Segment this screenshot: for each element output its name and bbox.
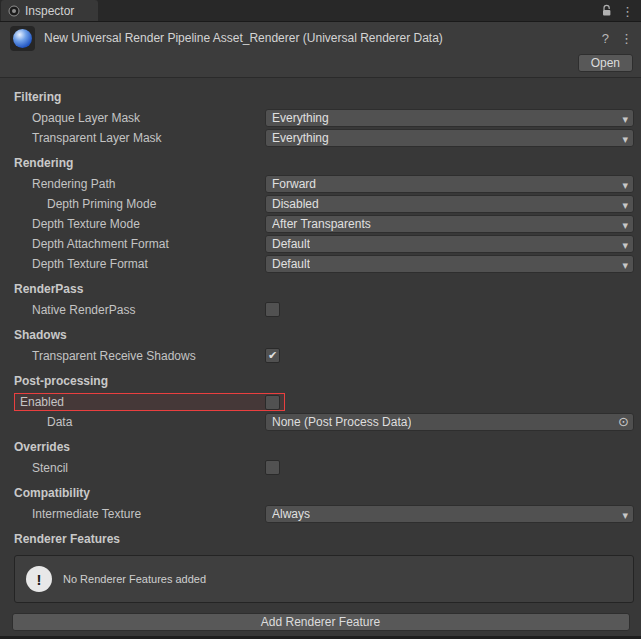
section-filtering: Filtering (0, 90, 641, 105)
tabbar-actions: ⋮ (601, 0, 634, 22)
inspector-icon (8, 5, 20, 17)
tab-menu-kebab-icon[interactable]: ⋮ (621, 5, 634, 18)
post-process-data-object-field[interactable]: None (Post Process Data) ⊙ (265, 413, 634, 431)
depth-texture-format-label: Depth Texture Format (0, 257, 148, 271)
post-processing-enabled-row: Enabled (0, 392, 641, 412)
rendering-path-dropdown[interactable]: Forward ▾ (265, 175, 634, 193)
section-renderpass: RenderPass (0, 282, 641, 297)
dropdown-value: Everything (272, 131, 329, 145)
transparent-layer-mask-row: Transparent Layer Mask Everything ▾ (0, 128, 641, 148)
inspector-window: Inspector ⋮ New Universal Render Pipelin… (0, 0, 641, 631)
dropdown-value: Default (272, 257, 310, 271)
section-renderer-features: Renderer Features (0, 532, 641, 547)
post-process-data-row: Data None (Post Process Data) ⊙ (0, 412, 641, 432)
native-renderpass-checkbox[interactable] (265, 302, 280, 317)
transparent-receive-shadows-label: Transparent Receive Shadows (0, 349, 196, 363)
stencil-label: Stencil (0, 461, 68, 475)
renderer-features-empty-message: No Renderer Features added (63, 573, 206, 585)
renderer-data-asset-icon (10, 26, 35, 51)
chevron-down-icon: ▾ (622, 217, 628, 233)
depth-attachment-format-row: Depth Attachment Format Default ▾ (0, 234, 641, 254)
depth-priming-mode-dropdown[interactable]: Disabled ▾ (265, 195, 634, 213)
post-processing-enabled-checkbox[interactable] (265, 395, 280, 410)
depth-attachment-format-dropdown[interactable]: Default ▾ (265, 235, 634, 253)
dropdown-value: After Transparents (272, 217, 371, 231)
help-icon[interactable]: ? (602, 31, 609, 46)
depth-texture-mode-row: Depth Texture Mode After Transparents ▾ (0, 214, 641, 234)
chevron-down-icon: ▾ (622, 197, 628, 213)
depth-texture-format-dropdown[interactable]: Default ▾ (265, 255, 634, 273)
section-overrides: Overrides (0, 440, 641, 455)
transparent-receive-shadows-checkbox[interactable]: ✔ (265, 348, 280, 363)
object-picker-icon[interactable]: ⊙ (618, 414, 629, 430)
section-compatibility: Compatibility (0, 486, 641, 501)
dropdown-value: Disabled (272, 197, 319, 211)
chevron-down-icon: ▾ (622, 111, 628, 127)
tab-label: Inspector (25, 4, 74, 18)
transparent-receive-shadows-row: Transparent Receive Shadows ✔ (0, 346, 641, 366)
dropdown-value: Forward (272, 177, 316, 191)
depth-priming-mode-label: Depth Priming Mode (0, 197, 156, 211)
rendering-path-label: Rendering Path (0, 177, 115, 191)
stencil-row: Stencil (0, 458, 641, 478)
object-field-value: None (Post Process Data) (272, 415, 411, 429)
inspector-content: Filtering Opaque Layer Mask Everything ▾… (0, 78, 641, 631)
opaque-layer-mask-dropdown[interactable]: Everything ▾ (265, 109, 634, 127)
depth-priming-mode-row: Depth Priming Mode Disabled ▾ (0, 194, 641, 214)
depth-attachment-format-label: Depth Attachment Format (0, 237, 169, 251)
chevron-down-icon: ▾ (622, 257, 628, 273)
enabled-row-highlight: Enabled (14, 393, 285, 411)
tab-bar: Inspector ⋮ (0, 0, 641, 22)
transparent-layer-mask-dropdown[interactable]: Everything ▾ (265, 129, 634, 147)
section-shadows: Shadows (0, 328, 641, 343)
chevron-down-icon: ▾ (622, 131, 628, 147)
tab-inspector[interactable]: Inspector (1, 0, 98, 21)
native-renderpass-label: Native RenderPass (0, 303, 135, 317)
chevron-down-icon: ▾ (622, 507, 628, 523)
header-actions-row: Open (6, 54, 633, 72)
section-rendering: Rendering (0, 156, 641, 171)
dropdown-value: Always (272, 507, 310, 521)
dropdown-value: Everything (272, 111, 329, 125)
stencil-checkbox[interactable] (265, 460, 280, 475)
native-renderpass-row: Native RenderPass (0, 300, 641, 320)
lock-icon[interactable] (601, 4, 612, 19)
depth-texture-mode-label: Depth Texture Mode (0, 217, 140, 231)
chevron-down-icon: ▾ (622, 237, 628, 253)
renderer-features-empty-helpbox: ! No Renderer Features added (14, 555, 634, 603)
section-post-processing: Post-processing (0, 374, 641, 389)
asset-header-row: New Universal Render Pipeline Asset_Rend… (6, 24, 633, 52)
chevron-down-icon: ▾ (622, 177, 628, 193)
dropdown-value: Default (272, 237, 310, 251)
intermediate-texture-label: Intermediate Texture (0, 507, 141, 521)
depth-texture-format-row: Depth Texture Format Default ▾ (0, 254, 641, 274)
open-button[interactable]: Open (578, 54, 633, 72)
depth-texture-mode-dropdown[interactable]: After Transparents ▾ (265, 215, 634, 233)
warning-icon: ! (26, 566, 52, 592)
inspector-header: New Universal Render Pipeline Asset_Rend… (0, 22, 641, 78)
header-menu-kebab-icon[interactable]: ⋮ (620, 31, 633, 46)
asset-title: New Universal Render Pipeline Asset_Rend… (44, 31, 591, 45)
check-icon: ✔ (268, 350, 277, 361)
post-process-data-label: Data (0, 415, 72, 429)
add-renderer-feature-button[interactable]: Add Renderer Feature (12, 613, 630, 631)
intermediate-texture-row: Intermediate Texture Always ▾ (0, 504, 641, 524)
post-processing-enabled-label: Enabled (20, 395, 64, 409)
rendering-path-row: Rendering Path Forward ▾ (0, 174, 641, 194)
transparent-layer-mask-label: Transparent Layer Mask (0, 131, 162, 145)
opaque-layer-mask-label: Opaque Layer Mask (0, 111, 140, 125)
opaque-layer-mask-row: Opaque Layer Mask Everything ▾ (0, 108, 641, 128)
intermediate-texture-dropdown[interactable]: Always ▾ (265, 505, 634, 523)
